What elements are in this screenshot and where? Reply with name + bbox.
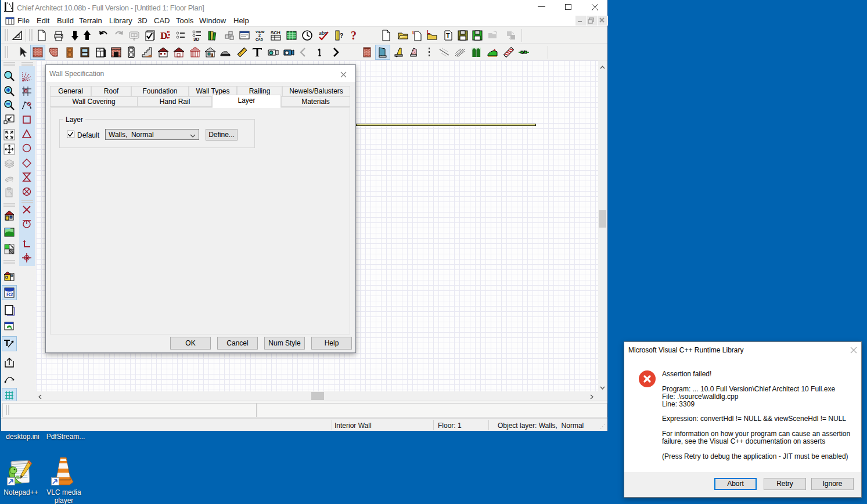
svg-text:SCH: SCH (271, 30, 280, 35)
svg-text:3D: 3D (193, 37, 199, 41)
svg-text:2: 2 (258, 33, 261, 37)
svg-text:T: T (446, 32, 450, 39)
svg-text:R2: R2 (6, 291, 13, 297)
svg-text:abc: abc (319, 30, 328, 36)
svg-text:D: D (160, 30, 167, 41)
svg-text:L: L (427, 30, 430, 35)
svg-text:CAD: CAD (256, 38, 264, 41)
svg-text:?: ? (340, 33, 343, 39)
svg-text:?: ? (351, 30, 357, 41)
svg-text:L: L (412, 30, 416, 35)
